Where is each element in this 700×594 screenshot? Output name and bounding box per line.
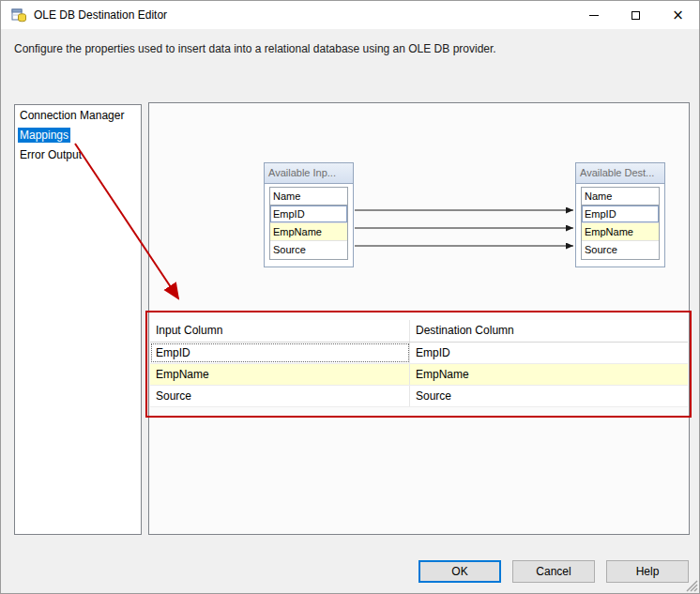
destination-column-source[interactable]: Source (582, 241, 659, 259)
input-column-empid[interactable]: EmpID (270, 206, 347, 223)
close-icon[interactable]: × (657, 1, 699, 29)
grid-header-input-column[interactable]: Input Column (150, 320, 410, 342)
sidebar-item-connection-manager[interactable]: Connection Manager (16, 106, 140, 125)
grid-row-empid: EmpID EmpID (150, 343, 688, 364)
destination-column-empname[interactable]: EmpName (582, 223, 659, 241)
available-destination-columns-body: Name EmpID EmpName Source (576, 184, 664, 263)
grid-cell-input-empname[interactable]: EmpName (150, 364, 410, 385)
titlebar[interactable]: OLE DB Destination Editor × (1, 1, 699, 29)
input-column-empname[interactable]: EmpName (270, 223, 347, 241)
pages-listbox: Connection Manager Mappings Error Output (14, 104, 142, 535)
cancel-button[interactable]: Cancel (512, 560, 595, 583)
sidebar-item-mappings[interactable]: Mappings (16, 126, 140, 145)
grid-cell-input-source[interactable]: Source (150, 386, 410, 406)
destination-column-empid[interactable]: EmpID (582, 206, 659, 223)
grid-cell-input-empid[interactable]: EmpID (150, 343, 410, 363)
grid-header-destination-column[interactable]: Destination Column (410, 320, 688, 342)
input-column-source[interactable]: Source (270, 241, 347, 259)
mapping-grid: Input Column Destination Column EmpID Em… (150, 320, 688, 407)
sidebar-item-label: Connection Manager (18, 108, 126, 123)
mapping-grid-header-row: Input Column Destination Column (150, 320, 688, 343)
grid-row-source: Source Source (150, 386, 688, 407)
database-icon[interactable] (11, 8, 26, 23)
available-input-columns-title[interactable]: Available Inp... (265, 163, 353, 184)
input-table-header-name: Name (270, 188, 347, 206)
sidebar-item-label: Error Output (18, 147, 84, 162)
dialog-description: Configure the properties used to insert … (14, 42, 680, 55)
destination-table-header-name: Name (582, 188, 659, 206)
grid-cell-destination-empname[interactable]: EmpName (410, 364, 688, 385)
help-button[interactable]: Help (606, 560, 689, 583)
grid-cell-destination-source[interactable]: Source (410, 386, 688, 406)
grid-row-empname: EmpName EmpName (150, 364, 688, 386)
grid-cell-destination-empid[interactable]: EmpID (410, 343, 688, 363)
available-destination-columns-title[interactable]: Available Dest... (576, 163, 664, 184)
minimize-icon[interactable] (572, 1, 615, 29)
ok-button[interactable]: OK (418, 560, 501, 583)
sidebar-item-label: Mappings (18, 128, 70, 143)
available-destination-columns-table[interactable]: Available Dest... Name EmpID EmpName Sou… (575, 162, 665, 267)
maximize-icon[interactable] (615, 1, 657, 29)
resize-grip[interactable] (684, 578, 698, 592)
window-controls: × (572, 1, 699, 29)
available-input-columns-table[interactable]: Available Inp... Name EmpID EmpName Sour… (264, 162, 354, 267)
ole-db-destination-editor-window: OLE DB Destination Editor × Configure th… (0, 0, 700, 594)
sidebar-item-error-output[interactable]: Error Output (16, 145, 140, 164)
mappings-panel: Available Inp... Name EmpID EmpName Sour… (148, 102, 690, 535)
available-input-columns-body: Name EmpID EmpName Source (265, 184, 353, 263)
window-title: OLE DB Destination Editor (34, 1, 167, 29)
